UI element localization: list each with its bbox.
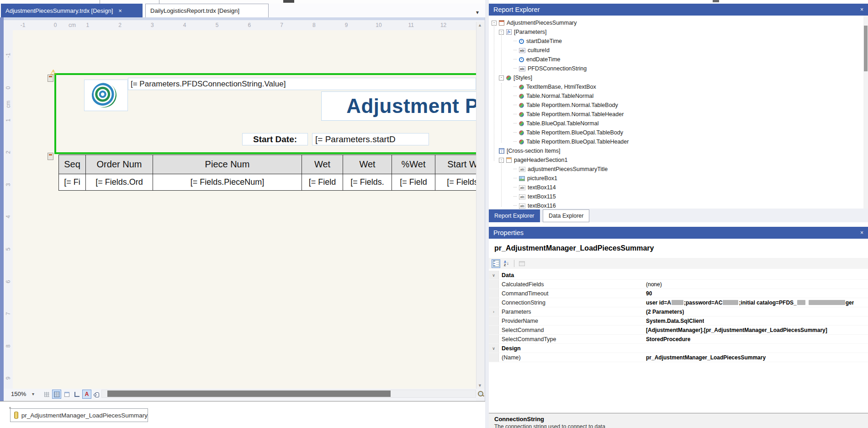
scrollbar-thumb[interactable]: [864, 26, 868, 71]
report-design-canvas[interactable]: ⚠ [= Parameters.PFDSConnectionString.Val…: [13, 30, 476, 389]
table-header-cell[interactable]: Seq: [58, 155, 86, 174]
property-value: (none): [646, 281, 662, 288]
pan-icon[interactable]: [92, 390, 101, 399]
toolbar-separator: [514, 260, 514, 267]
table-cell[interactable]: [= Field: [392, 174, 435, 191]
property-pages-icon[interactable]: [518, 259, 526, 268]
tree-item[interactable]: abtextBox115: [489, 192, 863, 201]
parameters-icon: fx: [506, 29, 512, 35]
tree-item[interactable]: abtextBox114: [489, 183, 863, 192]
tree-item[interactable]: -AdjustmentPiecesSummary: [489, 18, 863, 27]
tree-item[interactable]: startDateTime: [489, 37, 863, 46]
tree-connector: [513, 141, 517, 142]
zoom-level[interactable]: 150%: [11, 391, 26, 397]
snap-to-grid-icon[interactable]: [52, 390, 61, 399]
pan-icon: [94, 391, 100, 397]
tree-item[interactable]: Table.Normal.TableNormal: [489, 91, 863, 101]
table-cell[interactable]: [= Fields.Ord: [86, 174, 153, 191]
tree-expander[interactable]: -: [499, 75, 504, 80]
table-header-cell[interactable]: Wet: [302, 155, 343, 174]
categorized-icon[interactable]: [492, 259, 500, 268]
tree-item[interactable]: TextItemBase, HtmlTextBox: [489, 82, 863, 91]
tree-item[interactable]: abPFDSConnectionString: [489, 64, 863, 73]
design-vertical-scrollbar[interactable]: ▲ ▼: [476, 22, 484, 389]
table-header-cell[interactable]: Order Num: [86, 155, 153, 174]
tree-item[interactable]: Table.BlueOpal.TableNormal: [489, 119, 863, 128]
row-expander-icon[interactable]: ›: [489, 307, 499, 316]
close-icon[interactable]: ×: [118, 7, 122, 14]
tree-item[interactable]: abtextBox116: [489, 201, 863, 209]
property-row[interactable]: CommandTimeout90: [489, 289, 868, 298]
scrollbar-thumb[interactable]: [107, 391, 391, 397]
tree-item-label: Table.Normal.TableNormal: [526, 93, 593, 99]
tree-item[interactable]: pictureBox1: [489, 174, 863, 183]
close-icon[interactable]: ×: [860, 6, 863, 13]
tree-item[interactable]: abcultureId: [489, 46, 863, 55]
page-layout-icon[interactable]: [62, 390, 71, 399]
snap-to-grid-icon: [54, 392, 59, 397]
tree-item[interactable]: Table ReportItem.BlueOpal.TableBody: [489, 128, 863, 137]
table-cell[interactable]: [= Fields.: [343, 174, 392, 191]
table-cell[interactable]: [= Field: [302, 174, 343, 191]
tab-daily-logistics-report[interactable]: DailyLogisticsReport.trdx [Design]: [145, 4, 269, 17]
property-row[interactable]: ConnectionStringuser id=A;password=AC;in…: [489, 298, 868, 307]
tree-item[interactable]: Table ReportItem.BlueOpal.TableHeader: [489, 137, 863, 146]
category-chevron-icon[interactable]: ∨: [489, 271, 499, 279]
datetime-param-icon: [519, 39, 524, 44]
table-cell[interactable]: [= Fi: [58, 174, 86, 191]
show-grid-icon[interactable]: [42, 390, 51, 399]
ab-textbox-icon: ab: [519, 194, 525, 199]
picture-box-item[interactable]: [84, 80, 128, 111]
tree-item[interactable]: endDateTime: [489, 55, 863, 64]
tree-connector: [513, 59, 517, 60]
start-date-expression-item[interactable]: [= Parameters.startD: [312, 133, 429, 145]
tree-connector: [513, 205, 517, 206]
category-chevron-icon[interactable]: ∨: [489, 344, 499, 353]
close-icon[interactable]: ×: [860, 230, 863, 236]
tree-item[interactable]: -pageHeaderSection1: [489, 155, 863, 165]
ruler-v-label: 1: [5, 116, 11, 125]
table-header-cell[interactable]: Wet: [343, 155, 392, 174]
tab-data-explorer[interactable]: Data Explorer: [543, 209, 589, 222]
design-horizontal-scrollbar[interactable]: [101, 390, 476, 398]
tree-item[interactable]: -fx[Parameters]: [489, 27, 863, 37]
tab-overflow-chevron-icon[interactable]: ▾: [476, 9, 479, 16]
style-preview-icon[interactable]: A: [82, 390, 91, 399]
tree-item[interactable]: -[Styles]: [489, 73, 863, 82]
report-table-item[interactable]: SeqOrder NumPiece NumWetWet%WetStart W […: [58, 155, 476, 191]
table-header-cell[interactable]: %Wet: [392, 155, 435, 174]
report-title-textbox-item[interactable]: Adjustment P: [321, 91, 476, 121]
start-date-label-item[interactable]: Start Date:: [242, 133, 308, 145]
zoom-magnifier-icon[interactable]: [477, 391, 484, 397]
table-header-cell[interactable]: Start W: [435, 155, 476, 174]
property-row[interactable]: SelectCommand[AdjustmentManager].[pr_Adj…: [489, 326, 868, 335]
tree-connector: [513, 41, 517, 42]
tree-item-label: endDateTime: [526, 56, 561, 63]
ruler-v-label: 7: [5, 309, 11, 318]
tree-scrollbar[interactable]: [863, 16, 868, 209]
tab-report-explorer[interactable]: Report Explorer: [489, 209, 540, 222]
property-category[interactable]: ∨Data: [489, 271, 868, 280]
top-toolbar-remnant: [713, 0, 719, 2]
tree-item[interactable]: Table ReportItem.Normal.TableHeader: [489, 110, 863, 119]
property-row[interactable]: CalculatedFields(none): [489, 280, 868, 289]
tree-item[interactable]: Table ReportItem.Normal.TableBody: [489, 101, 863, 110]
property-row[interactable]: SelectCommandTypeStoredProcedure: [489, 335, 868, 344]
panel-splitter[interactable]: [485, 0, 489, 428]
property-row[interactable]: ›Parameters(2 Parameters): [489, 307, 868, 316]
table-header-cell[interactable]: Piece Num: [153, 155, 302, 174]
section-marker-icon[interactable]: [48, 153, 53, 160]
alphabetical-icon[interactable]: AZ↓: [502, 259, 511, 268]
tree-item[interactable]: abadjustmentPiecesSummaryTitle: [489, 165, 863, 174]
property-category[interactable]: ∨Design: [489, 344, 868, 353]
connection-string-textbox-item[interactable]: [= Parameters.PFDSConnectionString.Value…: [128, 78, 476, 90]
property-row[interactable]: ProviderNameSystem.Data.SqlClient: [489, 316, 868, 326]
tree-item[interactable]: [Cross-section Items]: [489, 146, 863, 155]
tab-adjustment-pieces-summary[interactable]: AdjustmentPiecesSummary.trdx [Design] ×: [1, 4, 143, 17]
property-row[interactable]: (Name)pr_AdjustmentManager_LoadPiecesSum…: [489, 353, 868, 362]
zoom-caret-icon[interactable]: ▾: [32, 391, 34, 396]
datasource-item[interactable]: pr_AdjustmentManager_LoadPiecesSummary: [10, 408, 148, 422]
table-cell[interactable]: [= Fields: [435, 174, 476, 191]
table-cell[interactable]: [= Fields.PieceNum]: [153, 174, 302, 191]
snap-lines-icon[interactable]: [72, 390, 81, 399]
